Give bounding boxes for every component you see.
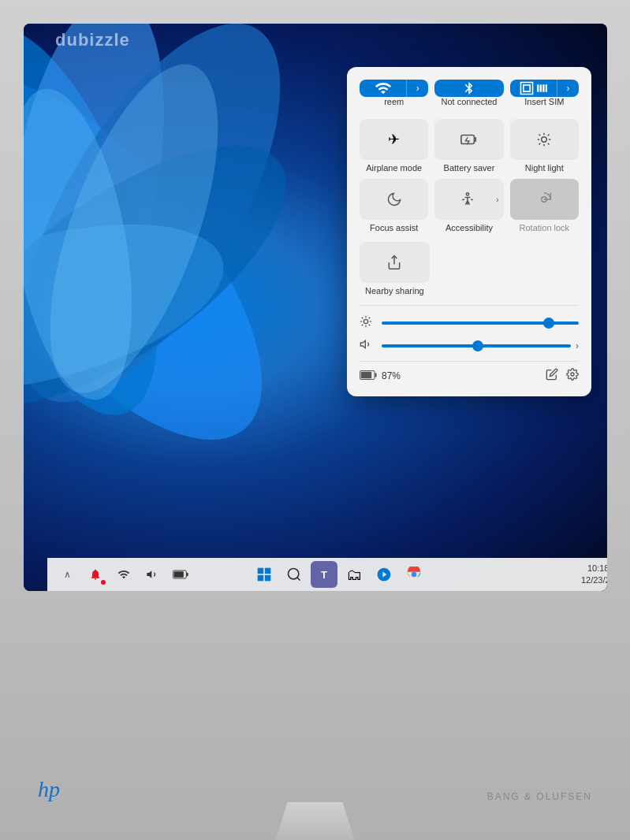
taskbar-clock[interactable]: 10:18 PM 12/23/2024 [581,563,607,587]
panel-bottom-bar: 87% [360,361,579,384]
watermark: dubizzle [55,30,130,50]
airplane-label: Airplane mode [366,163,422,173]
top-button-row: › reem Not connected [360,80,579,114]
svg-rect-37 [375,373,376,377]
bluetooth-button[interactable] [434,80,503,97]
volume-thumb[interactable] [472,340,483,351]
svg-point-38 [571,373,574,376]
sim-button-group: › [510,80,579,97]
svg-rect-11 [546,84,547,91]
focus-label: Focus assist [370,223,418,232]
taskbar-volume-tray[interactable] [139,561,166,588]
night-label: Night light [525,163,564,173]
focus-button[interactable] [360,179,428,220]
sliders-section: › [360,305,579,353]
svg-line-30 [362,318,363,318]
bluetooth-col: Not connected [434,80,503,114]
svg-rect-46 [265,575,271,582]
bottom-action-icons [546,368,579,384]
taskbar-chevron[interactable]: ∧ [54,561,80,588]
svg-point-13 [542,137,547,143]
svg-marker-34 [360,340,365,348]
accessibility-button[interactable]: › [434,179,503,220]
svg-line-33 [369,318,370,318]
taskbar-left: ∧ [54,561,194,588]
sim-label: Insert SIM [510,97,579,106]
brightness-row [360,315,579,330]
svg-point-49 [412,572,417,578]
toggle-grid: ✈ Airplane mode Battery saver [360,119,579,232]
wifi-button-group: › [360,80,428,97]
rotation-button[interactable] [510,179,579,220]
svg-rect-8 [537,84,539,91]
taskbar-wifi-tray[interactable] [110,561,137,588]
accessibility-label: Accessibility [445,223,493,232]
battery-label: Battery saver [444,163,495,173]
sim-button[interactable] [510,80,557,97]
svg-point-47 [289,569,299,579]
toggle-airplane: ✈ Airplane mode [360,119,428,173]
bluetooth-label: Not connected [434,97,503,106]
battery-bar-icon [360,370,377,383]
taskbar-windows[interactable] [251,561,278,588]
wifi-arrow[interactable]: › [406,80,428,97]
battery-button[interactable] [434,119,503,160]
battery-info: 87% [360,370,401,383]
taskbar-chrome[interactable] [401,561,427,588]
svg-rect-45 [258,575,264,582]
svg-point-22 [466,193,468,195]
speaker-brand: BANG & OLUFSEN [487,791,592,802]
wifi-button[interactable] [360,80,406,97]
airplane-button[interactable]: ✈ [360,119,428,160]
taskbar-battery-tray[interactable] [167,561,194,588]
wifi-label: reem [360,97,428,106]
taskbar-fileexplorer[interactable]: 🗂 [341,561,367,588]
taskbar-teams[interactable]: T [311,561,337,588]
laptop-stand [276,802,355,840]
svg-rect-42 [187,573,188,577]
taskbar-notification[interactable] [82,561,109,588]
toggle-battery: Battery saver [434,119,503,173]
rotation-label: Rotation lock [520,223,570,232]
screen: dubizzle › reem [24,24,607,591]
quick-settings-panel: › reem Not connected [347,67,591,396]
brightness-thumb[interactable] [543,318,554,329]
hp-logo: hp [38,777,60,802]
nearby-row: Nearby sharing [360,242,579,295]
svg-line-31 [369,325,370,325]
volume-chevron[interactable]: › [576,340,579,351]
taskbar-search[interactable] [281,561,308,588]
battery-percent: 87% [382,370,401,381]
svg-rect-44 [265,568,271,574]
volume-slider-row: › [382,340,579,351]
bloom-svg [24,24,402,496]
brightness-icon [360,315,375,330]
taskbar-edge[interactable] [371,561,397,588]
laptop-shell: dubizzle › reem [0,0,630,840]
svg-rect-36 [361,371,372,377]
svg-rect-9 [540,84,542,91]
taskbar-right: 10:18 PM 12/23/2024 [581,563,607,587]
toggle-focus: Focus assist [360,179,428,232]
svg-marker-39 [147,571,151,578]
svg-line-19 [548,143,550,145]
toggle-night: Night light [510,119,579,173]
night-button[interactable] [510,119,579,160]
volume-icon [360,338,375,353]
svg-line-20 [539,143,541,145]
wifi-col: › reem [360,80,428,114]
nearby-label: Nearby sharing [365,286,424,295]
svg-rect-10 [542,84,544,91]
svg-line-21 [548,135,550,136]
settings-icon[interactable] [566,368,579,384]
edit-icon[interactable] [546,368,558,384]
sim-col: › Insert SIM [510,80,579,114]
taskbar: ∧ [47,558,607,591]
taskbar-center-icons: T 🗂 [251,561,427,588]
sim-arrow[interactable]: › [557,80,579,97]
svg-line-32 [362,325,363,325]
svg-line-18 [539,135,541,136]
svg-rect-41 [174,571,184,578]
nearby-button[interactable] [360,242,430,283]
svg-line-48 [297,578,300,581]
